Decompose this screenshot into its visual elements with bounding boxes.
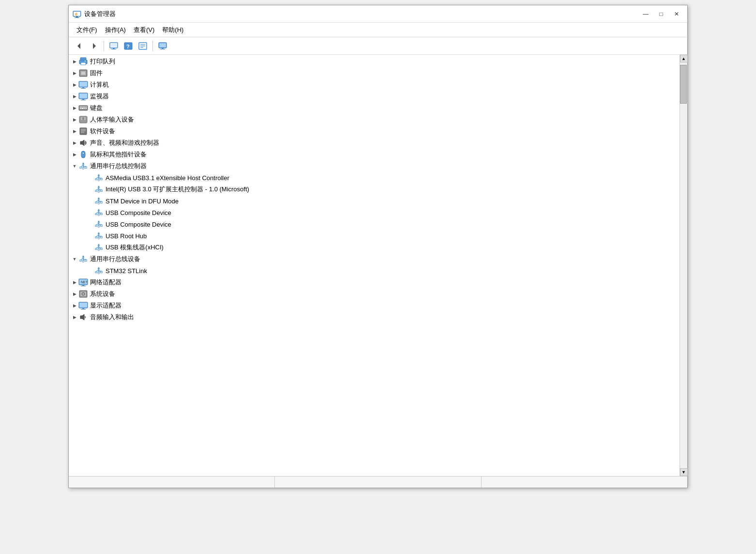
child-usb-composite-2[interactable]: USB Composite Device [69,218,680,230]
usb-child-icon-composite-1 [94,208,104,217]
expander-software-device[interactable]: ▶ [71,127,78,135]
tree-panel[interactable]: ▶ 打印队列 ▶ [69,55,680,476]
expander-keyboard[interactable]: ▶ [71,104,78,112]
asmedia-label: ASMedia USB3.1 eXtensible Host Controlle… [106,174,229,182]
computer-label: 计算机 [90,80,109,89]
tree-item-software-device[interactable]: ▶ 软件设备 [69,125,680,137]
close-button[interactable]: ✕ [670,9,683,19]
svg-marker-94 [97,221,100,223]
svg-rect-23 [81,62,86,65]
expander-firmware[interactable]: ▶ [71,69,78,77]
svg-rect-41 [86,107,87,108]
expander-usb-bus-device[interactable]: ▼ [71,255,78,263]
status-bar [69,476,687,488]
svg-marker-73 [97,186,100,188]
restore-button[interactable]: □ [654,9,668,19]
svg-text:NET: NET [81,280,88,284]
window-controls: — □ ✕ [639,9,683,19]
child-asmedia[interactable]: ASMedia USB3.1 eXtensible Host Controlle… [69,172,680,184]
svg-rect-8 [111,44,117,47]
expander-usb-controller[interactable]: ▼ [71,162,78,170]
tree-item-computer[interactable]: ▶ 计算机 [69,79,680,91]
expander-hid[interactable]: ▶ [71,116,78,123]
scrollbar[interactable]: ▲ ▼ [680,55,687,476]
tree-item-monitor[interactable]: ▶ 监视器 [69,91,680,102]
menu-view[interactable]: 查看(V) [130,24,158,36]
sound-icon [78,138,88,148]
svg-rect-49 [82,118,84,120]
svg-rect-131 [81,286,86,286]
tree-item-hid[interactable]: ▶ 人体学输入设备 [69,114,680,125]
tree-item-keyboard[interactable]: ▶ 键盘 [69,102,680,114]
child-stm-dfu[interactable]: STM Device in DFU Mode [69,195,680,207]
expander-network[interactable]: ▶ [71,278,78,286]
svg-rect-24 [85,61,86,62]
forward-button[interactable] [87,40,101,52]
scroll-down-button[interactable]: ▼ [680,468,688,476]
tree-item-display[interactable]: ▶ 显示适配器 [69,300,680,311]
expander-monitor[interactable]: ▶ [71,92,78,100]
svg-rect-97 [95,225,97,227]
menu-action[interactable]: 操作(A) [101,24,130,36]
svg-rect-18 [159,43,166,47]
tree-item-sound[interactable]: ▶ 声音、视频和游戏控制器 [69,137,680,149]
svg-marker-87 [97,209,100,211]
usb-child-icon-stm-dfu [94,196,104,206]
hid-icon [78,115,88,124]
tree-item-system[interactable]: ▶ 系统设备 [69,288,680,300]
monitor-button[interactable] [156,40,169,52]
child-usb-xhci[interactable]: USB 根集线器(xHCI) [69,242,680,253]
help-button[interactable]: ? [121,40,135,52]
expander-audio-io[interactable]: ▶ [71,313,78,321]
expander-print-queue[interactable]: ▶ [71,58,78,65]
usb-child-icon-intel [94,185,104,194]
expander-computer[interactable]: ▶ [71,81,78,89]
scroll-up-button[interactable]: ▲ [680,55,688,62]
toolbar: ? [69,37,687,55]
hid-label: 人体学输入设备 [90,115,134,124]
svg-marker-6 [93,43,96,49]
tree-item-network[interactable]: ▶ NET 网络适配器 [69,277,680,288]
svg-rect-10 [111,49,116,49]
svg-rect-9 [113,48,115,49]
scrollbar-thumb[interactable] [680,65,687,104]
tree-item-mouse[interactable]: ▶ 鼠标和其他指针设备 [69,149,680,160]
svg-marker-66 [97,174,100,176]
child-usb-root-hub[interactable]: USB Root Hub [69,230,680,242]
tree-item-firmware[interactable]: ▶ 固件 [69,67,680,79]
expander-display[interactable]: ▶ [71,302,78,309]
sound-label: 声音、视频和游戏控制器 [90,138,159,147]
title-bar: ⚙ 设备管理器 — □ ✕ [69,5,687,23]
back-button[interactable] [73,40,86,52]
expander-system[interactable]: ▶ [71,290,78,298]
menu-help[interactable]: 帮助(H) [158,24,187,36]
child-intel-usb[interactable]: Intel(R) USB 3.0 可扩展主机控制器 - 1.0 (Microso… [69,184,680,195]
expander-sound[interactable]: ▶ [71,139,78,147]
child-stm32-stlink[interactable]: STM32 STLink [69,265,680,277]
svg-rect-138 [79,303,87,308]
printer-icon [78,57,88,66]
minimize-button[interactable]: — [639,9,652,19]
keyboard-label: 键盘 [90,104,103,112]
show-device-button[interactable] [107,40,121,52]
stm32-stlink-label: STM32 STLink [106,267,147,275]
status-section-1 [69,477,275,488]
system-label: 系统设备 [90,290,115,298]
child-usb-composite-1[interactable]: USB Composite Device [69,207,680,218]
toolbar-separator-1 [104,41,104,51]
tree-item-audio-io[interactable]: ▶ 音频输入和输出 [69,311,680,323]
usb-child-icon-asmedia [94,173,104,183]
expander-mouse[interactable]: ▶ [71,151,78,158]
svg-point-120 [82,261,84,262]
svg-rect-38 [81,107,82,108]
svg-rect-111 [95,248,97,250]
svg-rect-40 [84,107,85,108]
tree-item-usb-bus-device[interactable]: ▼ 通用串行总线设备 [69,253,680,265]
properties-button[interactable] [136,40,150,52]
toolbar-separator-2 [152,41,153,51]
tree-item-usb-controller[interactable]: ▼ 通用串行总线控制器 [69,160,680,172]
menu-file[interactable]: 文件(F) [73,24,101,36]
status-section-2 [275,477,481,488]
title-bar-left: ⚙ 设备管理器 [73,10,116,18]
tree-item-print-queue[interactable]: ▶ 打印队列 [69,56,680,67]
